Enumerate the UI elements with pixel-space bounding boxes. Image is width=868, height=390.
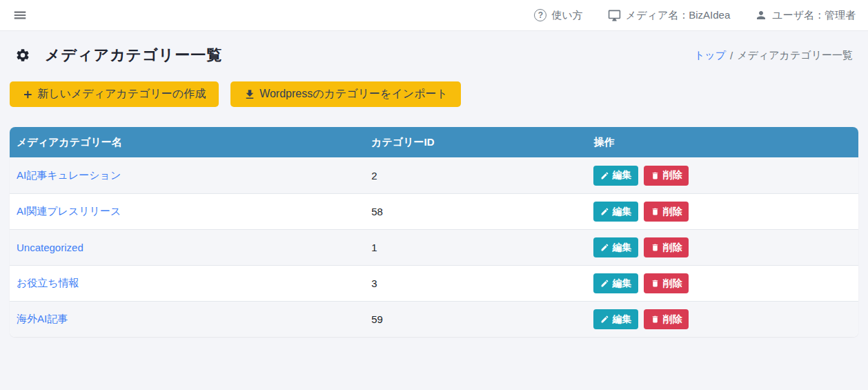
delete-button[interactable]: 削除 [644,237,689,257]
top-navbar: ? 使い方 メディア名：BizAIdea ユーザ名：管理者 [0,0,868,31]
trash-icon [651,279,660,288]
table-row: AI関連プレスリリース 58 編集 削除 [10,193,858,229]
delete-button[interactable]: 削除 [644,273,689,293]
delete-button-label: 削除 [662,169,682,182]
user-name-label: ユーザ名：管理者 [772,9,856,22]
trash-icon [651,243,660,252]
category-name-cell: Uncategorized [10,242,364,253]
delete-button-label: 削除 [662,242,682,254]
category-id-cell: 3 [364,277,586,289]
category-id-cell: 1 [364,242,586,253]
category-name-link[interactable]: AI関連プレスリリース [17,205,121,217]
table-body: AI記事キュレーション 2 編集 削除 AI関連プレスリリース 58 [10,157,858,337]
category-id-cell: 2 [364,170,586,182]
trash-icon [651,171,660,180]
edit-button[interactable]: 編集 [593,309,638,329]
create-category-button[interactable]: 新しいメディアカテゴリーの作成 [10,81,219,107]
navbar-right: ? 使い方 メディア名：BizAIdea ユーザ名：管理者 [534,9,856,22]
breadcrumb: トップ / メディアカテゴリー一覧 [694,49,853,62]
monitor-icon [608,9,621,22]
delete-button[interactable]: 削除 [644,166,689,186]
page-content: メディアカテゴリー一覧 トップ / メディアカテゴリー一覧 新しいメディアカテゴ… [0,31,868,337]
edit-button-label: 編集 [612,242,631,254]
category-name-cell: AI記事キュレーション [10,169,364,182]
category-name-cell: お役立ち情報 [10,277,364,290]
gear-icon [15,48,30,63]
help-link[interactable]: ? 使い方 [534,9,582,22]
table-row: Uncategorized 1 編集 削除 [10,229,858,265]
delete-button-label: 削除 [662,206,682,218]
edit-button-label: 編集 [612,313,631,326]
import-wordpress-label: Wordpressのカテゴリーをインポート [259,87,448,101]
edit-button[interactable]: 編集 [593,202,638,222]
table-row: お役立ち情報 3 編集 削除 [10,265,858,301]
create-category-label: 新しいメディアカテゴリーの作成 [37,87,206,101]
edit-button[interactable]: 編集 [593,273,638,293]
category-name-cell: 海外AI記事 [10,313,364,326]
category-name-link[interactable]: Uncategorized [17,242,83,253]
table-header-row: メディアカテゴリー名 カテゴリーID 操作 [10,127,858,157]
category-name-link[interactable]: 海外AI記事 [17,313,68,324]
table-row: 海外AI記事 59 編集 削除 [10,301,858,337]
category-name-link[interactable]: お役立ち情報 [17,277,79,289]
user-name-item[interactable]: ユーザ名：管理者 [755,9,856,22]
delete-button-label: 削除 [662,277,682,290]
category-name-cell: AI関連プレスリリース [10,205,364,218]
column-header-name: メディアカテゴリー名 [10,136,364,149]
breadcrumb-current: メディアカテゴリー一覧 [737,49,853,62]
category-table: メディアカテゴリー名 カテゴリーID 操作 AI記事キュレーション 2 編集 削… [10,127,858,337]
category-id-cell: 58 [364,206,586,217]
delete-button[interactable]: 削除 [644,202,689,222]
import-wordpress-button[interactable]: Wordpressのカテゴリーをインポート [230,81,461,107]
menu-toggle-button[interactable] [12,8,28,23]
page-header: メディアカテゴリー一覧 トップ / メディアカテゴリー一覧 [10,31,858,66]
edit-button-label: 編集 [612,206,631,218]
delete-button-label: 削除 [662,313,682,326]
breadcrumb-separator: / [730,50,733,61]
column-header-actions: 操作 [586,136,858,149]
pencil-icon [600,207,609,216]
edit-button-label: 編集 [612,169,631,182]
help-label: 使い方 [551,9,582,22]
media-name-label: メディア名：BizAIdea [626,9,730,22]
table-row: AI記事キュレーション 2 編集 削除 [10,157,858,193]
media-name-item[interactable]: メディア名：BizAIdea [608,9,730,22]
pencil-icon [600,243,609,252]
breadcrumb-home-link[interactable]: トップ [694,49,726,62]
row-actions-cell: 編集 削除 [586,237,858,257]
question-circle-icon: ? [534,9,546,21]
trash-icon [651,315,660,324]
trash-icon [651,207,660,216]
category-name-link[interactable]: AI記事キュレーション [17,169,121,181]
edit-button[interactable]: 編集 [593,237,638,257]
row-actions-cell: 編集 削除 [586,309,858,329]
download-icon [244,88,256,101]
pencil-icon [600,279,609,288]
row-actions-cell: 編集 削除 [586,166,858,186]
delete-button[interactable]: 削除 [644,309,689,329]
pencil-icon [600,315,609,324]
category-id-cell: 59 [364,313,586,325]
pencil-icon [600,171,609,180]
action-buttons: 新しいメディアカテゴリーの作成 Wordpressのカテゴリーをインポート [10,81,858,107]
edit-button[interactable]: 編集 [593,166,638,186]
column-header-id: カテゴリーID [364,136,586,149]
user-icon [755,9,767,21]
page-title: メディアカテゴリー一覧 [45,45,222,66]
hamburger-icon [12,8,28,23]
edit-button-label: 編集 [612,277,631,290]
row-actions-cell: 編集 削除 [586,273,858,293]
plus-icon [23,89,34,100]
row-actions-cell: 編集 削除 [586,202,858,222]
